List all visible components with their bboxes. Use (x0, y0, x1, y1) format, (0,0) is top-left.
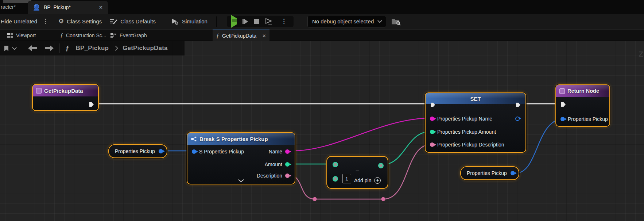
output-pin-row: Name (269, 149, 290, 155)
breadcrumb-separator (22, 43, 22, 53)
struct-input-pin[interactable] (560, 117, 565, 121)
tab-character-partial[interactable]: racter* (1, 4, 16, 10)
node-getter-properties-pickup[interactable]: Properties Pickup (460, 166, 519, 180)
hide-unrelated-button[interactable]: Hide Unrelated (0, 18, 40, 24)
blueprint-graph-canvas[interactable]: ƒ BP_Pickup GetPickupData Z GetPickupDat… (0, 41, 644, 221)
gear-icon: ⚙ (58, 18, 64, 25)
frameskip-button[interactable] (243, 19, 248, 24)
bookmark-icon[interactable] (4, 45, 9, 52)
exec-input-pin[interactable] (430, 102, 436, 108)
pin-label: Amount (265, 161, 282, 167)
browse-debug-icon[interactable] (391, 18, 401, 26)
literal-value-input[interactable]: 1 (342, 174, 351, 183)
class-settings-label: Class Settings (67, 18, 102, 24)
back-arrow-icon[interactable] (28, 45, 38, 51)
chevron-down-icon[interactable] (238, 179, 244, 182)
close-icon[interactable]: ✕ (99, 5, 103, 10)
add-pin-label: Add pin (354, 178, 371, 183)
exec-output-pin[interactable] (89, 102, 94, 107)
function-icon: ƒ (216, 33, 219, 39)
stop-button[interactable] (254, 19, 259, 24)
chevron-right-icon (113, 46, 118, 51)
breadcrumb-separator (59, 43, 60, 53)
input-pin-row: S Properties Pickup (192, 149, 244, 155)
description-input-pin[interactable] (430, 142, 434, 147)
tab-getpickupdata[interactable]: ƒ GetPickupData ✕ (213, 30, 269, 41)
class-settings-button[interactable]: ⚙ Class Settings (55, 18, 105, 25)
reroute-node[interactable] (313, 197, 317, 201)
pin-label: Properties Pickup Description (437, 142, 504, 148)
exec-input-pin[interactable] (560, 102, 566, 107)
toolbar-separator (53, 16, 53, 27)
close-icon[interactable]: ✕ (262, 33, 266, 38)
input-pin-row: Properties Pickup Name (430, 116, 492, 122)
node-title: GetPickupData (44, 88, 83, 94)
struct-output-pin[interactable] (515, 117, 520, 121)
tab-viewport[interactable]: Viewport (4, 30, 39, 41)
struct-output-pin[interactable] (159, 149, 163, 153)
tab-eventgraph-label: EventGraph (120, 33, 147, 38)
graph-tab-bar: Viewport ƒ Construction Sc... EventGraph… (0, 30, 644, 41)
partial-tab-remnant (3, 0, 31, 3)
struct-output-pin[interactable] (511, 171, 515, 175)
result-output-pin[interactable] (378, 163, 384, 168)
play-button[interactable] (231, 18, 237, 25)
function-icon: ƒ (66, 44, 69, 52)
operand-input-pin[interactable] (333, 162, 338, 167)
pin-label: Name (269, 149, 282, 155)
subtract-operator: – (356, 167, 359, 175)
struct-input-pin[interactable] (192, 149, 196, 154)
exec-output-pin[interactable] (515, 102, 521, 108)
node-header: SET (426, 93, 525, 104)
chevron-down-icon (377, 18, 382, 23)
forward-arrow-icon[interactable] (44, 45, 54, 51)
simulation-button[interactable]: Simulation (168, 18, 210, 25)
tab-viewport-label: Viewport (16, 33, 36, 38)
output-pin-row: Description (257, 173, 290, 179)
pin-label: Properties Pickup Name (437, 116, 492, 122)
pin-label: Properties Pickup Amount (437, 129, 496, 135)
tab-construction-script[interactable]: ƒ Construction Sc... (57, 30, 110, 41)
debug-object-value: No debug object selected (312, 18, 374, 24)
hide-unrelated-label: Hide Unrelated (1, 18, 37, 24)
break-struct-icon (191, 136, 197, 142)
node-getpickupdata-entry[interactable]: GetPickupData (32, 84, 99, 111)
bookmark-dropdown-icon[interactable] (12, 45, 17, 50)
viewport-icon (7, 33, 13, 38)
pin-label: Description (257, 173, 282, 179)
pencil-lines-icon (110, 18, 117, 24)
graph-breadcrumb-bar: ƒ BP_Pickup GetPickupData (0, 41, 185, 56)
class-defaults-label: Class Defaults (120, 18, 156, 24)
node-header: Return Node (556, 85, 609, 97)
node-subtract[interactable]: 1 – Add pin + (326, 156, 388, 189)
debug-object-dropdown[interactable]: No debug object selected (307, 16, 386, 27)
eject-button[interactable] (265, 18, 273, 24)
reroute-node[interactable] (381, 197, 385, 201)
node-header: GetPickupData (33, 85, 98, 96)
node-return[interactable]: Return Node Properties Pickup (555, 84, 610, 127)
hide-unrelated-options-icon[interactable]: ⋮ (40, 18, 51, 25)
description-output-pin[interactable] (285, 174, 290, 178)
name-output-pin[interactable] (285, 149, 290, 154)
add-pin-button[interactable]: Add pin + (354, 177, 381, 184)
node-break-struct[interactable]: Break S Properties Pickup S Properties P… (187, 132, 295, 184)
name-input-pin[interactable] (430, 117, 434, 121)
output-pin-row: Amount (265, 161, 290, 167)
node-getter-properties-pickup[interactable]: Properties Pickup (108, 144, 167, 158)
zoom-indicator: Z (639, 50, 643, 58)
function-result-icon (559, 88, 565, 94)
class-defaults-button[interactable]: Class Defaults (107, 18, 159, 24)
breadcrumb-current[interactable]: GetPickupData (123, 45, 168, 52)
play-options-icon[interactable]: ⋮ (279, 18, 289, 25)
tab-bp-pickup[interactable]: BP_Pickup* ✕ (28, 1, 108, 14)
tab-construction-label: Construction Sc... (66, 33, 106, 38)
node-title: Return Node (567, 88, 599, 94)
amount-input-pin[interactable] (430, 130, 434, 134)
pin-label: Properties Pickup (568, 116, 608, 122)
node-title: Break S Properties Pickup (199, 136, 268, 142)
operand-input-pin[interactable] (333, 176, 338, 182)
node-set[interactable]: SET Properties Pickup Name Properties Pi… (425, 92, 526, 153)
tab-eventgraph[interactable]: EventGraph (107, 30, 151, 41)
breadcrumb-root[interactable]: BP_Pickup (76, 45, 109, 52)
amount-output-pin[interactable] (285, 162, 290, 167)
